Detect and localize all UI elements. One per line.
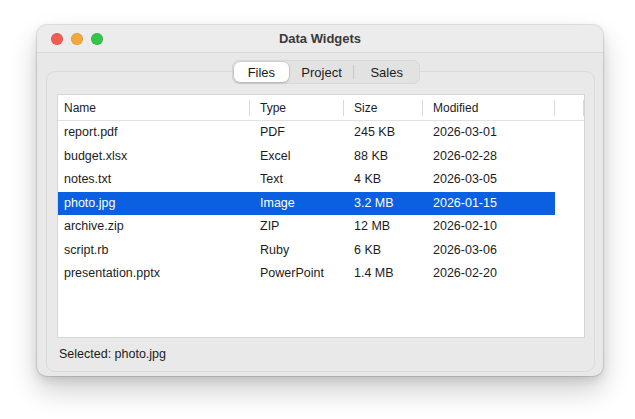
column-separator[interactable] <box>583 100 584 116</box>
tab-pane-files: Name Type Size Modified report.pdfPDF245… <box>46 71 595 372</box>
table-cell: script.rb <box>58 239 250 263</box>
status-label: Selected: photo.jpg <box>59 347 166 361</box>
table-rows: report.pdfPDF245 KB2026-03-01budget.xlsx… <box>58 121 584 286</box>
table-cell: Excel <box>250 145 344 169</box>
table-cell: 2026-03-01 <box>423 121 555 145</box>
table-cell: 1.4 MB <box>344 262 423 286</box>
window-title: Data Widgets <box>37 25 603 53</box>
table-cell: report.pdf <box>58 121 250 145</box>
table-cell: Ruby <box>250 239 344 263</box>
table-cell: 2026-01-15 <box>423 192 555 216</box>
table-cell: 245 KB <box>344 121 423 145</box>
table-cell: Image <box>250 192 344 216</box>
table-cell: ZIP <box>250 215 344 239</box>
tab-sales[interactable]: Sales <box>354 61 419 83</box>
table-cell: Text <box>250 168 344 192</box>
table-row[interactable]: notes.txtText4 KB2026-03-05 <box>58 168 555 192</box>
column-separator[interactable] <box>554 100 555 116</box>
column-separator[interactable] <box>343 100 344 116</box>
table-cell: 88 KB <box>344 145 423 169</box>
table-cell: PowerPoint <box>250 262 344 286</box>
table-cell: 12 MB <box>344 215 423 239</box>
table-cell: 4 KB <box>344 168 423 192</box>
table-row[interactable]: script.rbRuby6 KB2026-03-06 <box>58 239 555 263</box>
column-separator[interactable] <box>249 100 250 116</box>
column-header-type[interactable]: Type <box>250 101 344 115</box>
tab-files[interactable]: Files <box>234 62 289 82</box>
table-cell: 2026-02-10 <box>423 215 555 239</box>
table-cell: 2026-02-20 <box>423 262 555 286</box>
table-cell: archive.zip <box>58 215 250 239</box>
table-header: Name Type Size Modified <box>58 95 584 121</box>
column-separator[interactable] <box>422 100 423 116</box>
column-header-modified[interactable]: Modified <box>423 101 555 115</box>
table-cell: PDF <box>250 121 344 145</box>
file-table: Name Type Size Modified report.pdfPDF245… <box>57 94 585 338</box>
table-row[interactable]: photo.jpgImage3.2 MB2026-01-15 <box>58 192 555 216</box>
table-cell: 2026-02-28 <box>423 145 555 169</box>
table-row[interactable]: report.pdfPDF245 KB2026-03-01 <box>58 121 555 145</box>
table-cell: notes.txt <box>58 168 250 192</box>
tab-bar: Files Project Sales <box>232 60 420 84</box>
table-cell: budget.xlsx <box>58 145 250 169</box>
table-row[interactable]: archive.zipZIP12 MB2026-02-10 <box>58 215 555 239</box>
column-header-size[interactable]: Size <box>344 101 423 115</box>
table-row[interactable]: presentation.pptxPowerPoint1.4 MB2026-02… <box>58 262 555 286</box>
tab-project[interactable]: Project <box>290 61 354 83</box>
table-cell: 3.2 MB <box>344 192 423 216</box>
titlebar[interactable]: Data Widgets <box>37 25 603 53</box>
table-cell: photo.jpg <box>58 192 250 216</box>
table-cell: 2026-03-06 <box>423 239 555 263</box>
app-window: Data Widgets Files Project Sales Name Ty… <box>37 25 603 376</box>
table-cell: 2026-03-05 <box>423 168 555 192</box>
table-cell: presentation.pptx <box>58 262 250 286</box>
column-header-name[interactable]: Name <box>58 101 250 115</box>
table-row[interactable]: budget.xlsxExcel88 KB2026-02-28 <box>58 145 555 169</box>
table-cell: 6 KB <box>344 239 423 263</box>
